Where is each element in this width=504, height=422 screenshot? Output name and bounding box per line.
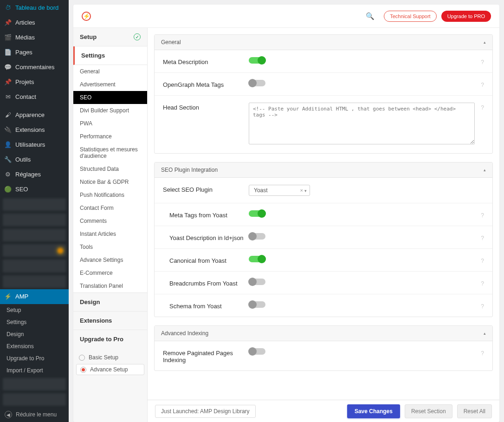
menu-pages[interactable]: 📄Pages [0,45,69,59]
nav-sub-advertisement[interactable]: Advertisement [73,78,147,91]
nav-design[interactable]: Design [73,292,147,311]
nav-sub-seo[interactable]: SEO [73,91,147,104]
help-icon[interactable]: ? [475,256,484,264]
menu-projects[interactable]: 📌Projets [0,74,69,89]
submenu-extensions[interactable]: Extensions [0,340,69,352]
toggle-canonical-yoast[interactable] [249,256,265,262]
nav-sub-contact[interactable]: Contact Form [73,201,147,214]
help-icon[interactable]: ? [475,103,484,111]
toggle-opengraph[interactable] [249,80,265,86]
toggle-remove-paginated[interactable] [249,348,265,355]
collapse-triangle-icon: ▴ [484,331,486,336]
nav-setup[interactable]: Setup ✓ [73,28,147,46]
help-icon[interactable]: ? [475,301,484,310]
comment-icon: 💬 [4,63,12,71]
nav-extensions[interactable]: Extensions [73,311,147,330]
collapse-icon: ◀ [5,411,12,418]
label-meta-description: Meta Description [163,57,249,65]
technical-support-button[interactable]: Technical Support [384,11,436,22]
menu-dashboard[interactable]: ⏱Tableau de bord [0,0,69,15]
search-icon[interactable]: 🔍 [366,12,375,20]
clear-icon[interactable]: × [300,188,303,193]
wrench-icon: 🔧 [4,156,12,164]
head-section-textarea[interactable] [249,103,475,144]
nav-sub-translation[interactable]: Translation Panel [73,279,147,292]
settings-nav: Setup ✓ Settings General Advertisement S… [73,28,148,422]
nav-sub-general[interactable]: General [73,65,147,78]
media-icon: 🎬 [4,33,12,41]
menu-settings[interactable]: ⚙Réglages [0,167,69,182]
label-remove-paginated: Remove Paginated Pages Indexing [163,348,249,364]
page-icon: 📄 [4,48,12,56]
help-icon[interactable]: ? [475,348,484,357]
pin-icon: 📌 [4,78,12,86]
submenu-design[interactable]: Design [0,328,69,340]
select-seo-plugin[interactable]: Yoast × ▾ [249,185,310,196]
section-header-advanced[interactable]: Advanced Indexing▴ [155,326,492,341]
toggle-schema-yoast[interactable] [249,301,265,308]
nav-sub-push[interactable]: Push Notifications [73,188,147,201]
nav-settings[interactable]: Settings [73,46,147,65]
submenu-import-export[interactable]: Import / Export [0,364,69,377]
submenu-upgrade[interactable]: Upgrade to Pro [0,352,69,364]
nav-sub-notice[interactable]: Notice Bar & GDPR [73,175,147,188]
section-header-general[interactable]: General▴ [155,35,492,50]
nav-sub-divi[interactable]: Divi Builder Support [73,104,147,117]
section-general: General▴ Meta Description ? OpenGraph Me… [154,34,493,154]
submenu-settings[interactable]: Settings [0,316,69,328]
menu-amp[interactable]: ⚡AMP [0,289,69,304]
label-opengraph: OpenGraph Meta Tags [163,80,249,88]
toggle-meta-tags-yoast[interactable] [249,210,265,217]
wp-admin-sidebar: ⏱Tableau de bord 📌Articles 🎬Médias 📄Page… [0,0,69,422]
menu-articles[interactable]: 📌Articles [0,15,69,30]
help-icon[interactable]: ? [475,80,484,88]
help-icon[interactable]: ? [475,210,484,219]
help-icon[interactable]: ? [475,279,484,287]
dashboard-icon: ⏱ [4,3,12,12]
menu-media[interactable]: 🎬Médias [0,30,69,45]
section-header-seo-plugin[interactable]: SEO Plugin Integration▴ [155,162,492,178]
save-changes-button[interactable]: Save Changes [347,404,400,418]
radio-basic-setup[interactable]: Basic Setup [73,352,147,363]
menu-appearance[interactable]: 🖌Apparence [0,108,69,123]
nav-sub-advance[interactable]: Advance Settings [73,253,147,266]
menu-seo[interactable]: 🟢SEO [0,182,69,197]
upgrade-pro-button[interactable]: Upgrade to PRO [441,11,491,22]
menu-tools[interactable]: 🔧Outils [0,152,69,167]
submenu-setup[interactable]: Setup [0,304,69,316]
nav-sub-pwa[interactable]: PWA [73,117,147,130]
blurred-item [3,260,66,272]
blurred-item [3,244,66,257]
menu-contact[interactable]: ✉Contact [0,89,69,104]
launch-badge[interactable]: Just Launched: AMP Design Library [155,405,256,418]
menu-comments[interactable]: 💬Commentaires [0,59,69,74]
help-icon[interactable]: ? [475,233,484,241]
toggle-breadcrumbs-yoast[interactable] [249,279,265,285]
radio-icon [80,367,86,373]
nav-upgrade[interactable]: Upgrade to Pro [73,330,147,348]
menu-extensions[interactable]: 🔌Extensions [0,123,69,137]
nav-sub-performance[interactable]: Performance [73,130,147,143]
nav-sub-instant[interactable]: Instant Articles [73,227,147,240]
blurred-item [3,214,66,226]
check-circle-icon: ✓ [134,33,141,40]
nav-sub-stats[interactable]: Statistiques et mesures d'audience [73,143,147,162]
mail-icon: ✉ [4,92,12,101]
reset-all-button[interactable]: Reset All [457,404,492,418]
toggle-yoast-desc[interactable] [249,233,265,240]
seo-icon: 🟢 [4,185,12,194]
collapse-menu[interactable]: ◀Réduire le menu [0,407,69,422]
nav-sub-structured[interactable]: Structured Data [73,162,147,175]
menu-users[interactable]: 👤Utilisateurs [0,137,69,152]
reset-section-button[interactable]: Reset Section [405,404,452,418]
nav-sub-tools[interactable]: Tools [73,240,147,253]
toggle-meta-description[interactable] [249,57,265,64]
user-icon: 👤 [4,141,12,149]
help-icon[interactable]: ? [475,57,484,65]
nav-sub-comments[interactable]: Comments [73,214,147,227]
label-yoast-desc: Yoast Description in ld+json [163,233,249,241]
nav-sub-ecommerce[interactable]: E-Commerce [73,266,147,279]
amp-bolt-icon: ⚡ [82,12,91,21]
radio-advance-setup[interactable]: Advance Setup [76,364,144,375]
plugin-icon: 🔌 [4,126,12,134]
